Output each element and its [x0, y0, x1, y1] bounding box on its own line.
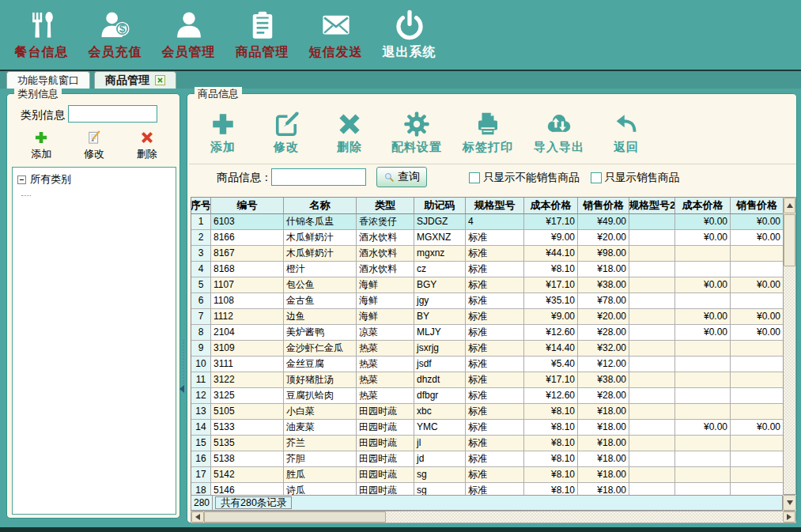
cell: ¥0.00	[675, 214, 731, 230]
product-toolbar-button-edit[interactable]: 修改	[265, 110, 308, 155]
column-header[interactable]: 名称	[284, 198, 357, 214]
table-row[interactable]: 155135芥兰田园时蔬jl标准¥8.10¥18.00	[191, 436, 784, 451]
column-header[interactable]: 销售价格	[578, 198, 629, 214]
table-row[interactable]: 135105小白菜田园时蔬xbc标准¥8.10¥18.00	[191, 404, 784, 420]
category-input[interactable]	[68, 105, 157, 123]
column-header[interactable]: 销售价格	[731, 198, 784, 214]
tab-product-manage[interactable]: 商品管理	[94, 71, 176, 89]
checkbox-box[interactable]	[591, 172, 602, 183]
toolbar-item-sms-send[interactable]: 短信发送	[299, 0, 372, 70]
checkbox-box[interactable]	[469, 172, 480, 183]
cell: 5135	[211, 436, 284, 451]
cell: 5133	[211, 420, 284, 436]
vertical-scrollbar[interactable]	[783, 197, 796, 495]
product-search-input[interactable]	[271, 168, 366, 186]
product-toolbar-button-import-export[interactable]: 导入导出	[534, 110, 584, 155]
cell: 油麦菜	[284, 420, 357, 436]
product-toolbar-button-delete[interactable]: 删除	[328, 110, 371, 155]
table-row[interactable]: 175142胜瓜田园时蔬sg标准¥8.10¥18.00	[191, 467, 784, 483]
table-row[interactable]: 93109金沙虾仁金瓜热菜jsxrjg标准¥14.40¥32.00	[191, 341, 784, 357]
column-header[interactable]: 规格型号2	[629, 198, 675, 214]
toolbar-item-label: 餐台信息	[15, 44, 69, 61]
cell	[629, 309, 675, 325]
table-row[interactable]: 48168橙汁酒水饮料cz标准¥8.10¥18.00	[191, 262, 784, 277]
row-number-cell: 17	[191, 467, 211, 483]
vertical-scroll-thumb[interactable]	[784, 214, 795, 266]
cell: MGXNZ	[414, 230, 466, 246]
cell	[629, 230, 675, 246]
cell: 豆腐扒蛤肉	[284, 388, 357, 404]
cell: ¥28.00	[578, 388, 629, 404]
scroll-left-button[interactable]	[191, 511, 204, 523]
table-row[interactable]: 51107包公鱼海鲜BGY标准¥17.10¥38.00¥0.00¥0.00	[191, 277, 784, 293]
product-toolbar-button-back[interactable]: 返回	[605, 110, 648, 155]
toolbar-item-tables-info[interactable]: 餐台信息	[5, 0, 78, 70]
toolbar-item-member-recharge[interactable]: 会员充值	[78, 0, 152, 70]
column-header[interactable]: 类型	[357, 198, 414, 214]
table-row[interactable]: 123125豆腐扒蛤肉热菜dfbgr标准¥12.60¥28.00	[191, 388, 784, 404]
splitter-collapse-arrow-icon[interactable]	[179, 385, 184, 393]
cell: ¥49.00	[578, 214, 629, 230]
column-header[interactable]: 序号	[191, 198, 211, 214]
tree-root[interactable]: 所有类别	[14, 172, 174, 187]
cell: ¥17.10	[524, 372, 578, 388]
scroll-right-button[interactable]	[783, 511, 795, 523]
category-button-edit[interactable]: 修改	[84, 130, 104, 161]
column-header[interactable]: 编号	[211, 198, 284, 214]
toolbar-item-member-manage[interactable]: 会员管理	[152, 0, 225, 70]
table-row[interactable]: 145133油麦菜田园时蔬YMC标准¥8.10¥18.00¥0.00¥0.00	[191, 420, 784, 436]
cell	[731, 372, 784, 388]
cell	[675, 246, 731, 262]
tab-close-button[interactable]	[155, 75, 165, 85]
table-row[interactable]: 113122顶好猪肚汤热菜dhzdt标准¥17.10¥38.00	[191, 372, 784, 388]
cell: 美炉酱鸭	[284, 325, 357, 341]
cell: ¥8.10	[524, 483, 578, 495]
table-body: 16103什锦冬瓜盅香浓煲仔SJDGZ4¥17.10¥49.00¥0.00¥0.…	[191, 214, 784, 495]
cell: ¥0.00	[675, 277, 731, 293]
status-bar: 280 共有280条记录	[191, 495, 783, 511]
column-header[interactable]: 成本价格	[524, 198, 578, 214]
cell: ¥12.00	[578, 357, 629, 372]
row-number-cell: 6	[191, 293, 211, 309]
table-row[interactable]: 71112边鱼海鲜BY标准¥9.00¥20.00¥0.00¥0.00	[191, 309, 784, 325]
tree-collapse-icon[interactable]	[17, 175, 26, 184]
table-row[interactable]: 38167木瓜鲜奶汁酒水饮料mgxnz标准¥44.10¥98.00	[191, 246, 784, 262]
cell: 标准	[466, 277, 524, 293]
panel-splitter[interactable]	[183, 340, 184, 384]
table-row[interactable]: 61108金古鱼海鲜jgy标准¥35.10¥78.00	[191, 293, 784, 309]
column-header[interactable]: 助记码	[414, 198, 466, 214]
cell	[731, 467, 784, 483]
table-row[interactable]: 103111金丝豆腐热菜jsdf标准¥5.40¥12.00	[191, 357, 784, 372]
cell: 芥胆	[284, 451, 357, 467]
product-toolbar-button-ingredient-settings[interactable]: 配料设置	[391, 110, 442, 155]
table-row[interactable]: 16103什锦冬瓜盅香浓煲仔SJDGZ4¥17.10¥49.00¥0.00¥0.…	[191, 214, 784, 230]
cell: SJDGZ	[414, 214, 466, 230]
row-number-cell: 11	[191, 372, 211, 388]
table-row[interactable]: 28166木瓜鲜奶汁酒水饮料MGXNZ标准¥9.00¥20.00¥0.00¥0.…	[191, 230, 784, 246]
cell: sg	[414, 483, 466, 495]
table-row[interactable]: 185146诗瓜田园时蔬sg标准¥8.10¥18.00	[191, 483, 784, 495]
toolbar-item-exit-system[interactable]: 退出系统	[372, 0, 446, 70]
query-button[interactable]: 查询	[376, 167, 427, 187]
column-header[interactable]: 成本价格	[675, 198, 731, 214]
cell	[675, 467, 731, 483]
product-toolbar-button-label-print[interactable]: 标签打印	[463, 110, 513, 155]
filter-checkbox[interactable]: 只显示销售商品	[591, 171, 680, 185]
product-toolbar-button-add[interactable]: 添加	[202, 110, 244, 155]
filter-checkbox[interactable]: 只显示不能销售商品	[469, 171, 580, 185]
scroll-up-button[interactable]	[784, 198, 795, 213]
scroll-down-button[interactable]	[783, 495, 796, 511]
tab-nav-window[interactable]: 功能导航窗口	[6, 71, 90, 89]
table-row[interactable]: 82104美炉酱鸭凉菜MLJY标准¥12.60¥28.00¥0.00¥0.00	[191, 325, 784, 341]
cell	[675, 404, 731, 420]
toolbar-item-product-manage[interactable]: 商品管理	[225, 0, 299, 70]
column-header[interactable]: 规格型号	[466, 198, 524, 214]
table-row[interactable]: 165138芥胆田园时蔬jd标准¥8.10¥18.00	[191, 451, 784, 467]
member-recharge-icon	[99, 9, 132, 42]
horizontal-scrollbar[interactable]	[191, 511, 796, 523]
up-arrow-icon	[787, 203, 793, 208]
category-button-delete[interactable]: 删除	[137, 130, 157, 161]
category-button-add[interactable]: 添加	[31, 130, 51, 161]
cell	[675, 262, 731, 277]
horizontal-scroll-thumb[interactable]	[204, 511, 386, 523]
